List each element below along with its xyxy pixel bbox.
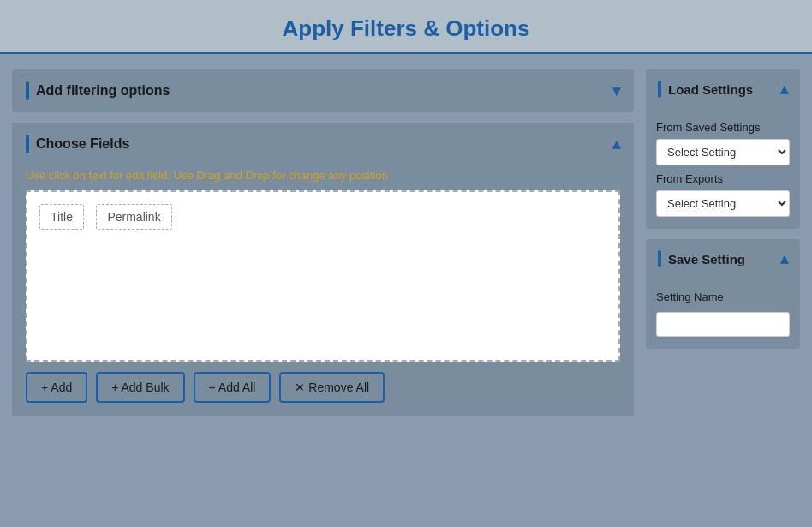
page-header: Apply Filters & Options xyxy=(0,0,812,54)
add-all-button[interactable]: + Add All xyxy=(194,372,272,403)
choose-fields-header[interactable]: Choose Fields ▴ xyxy=(12,123,634,165)
choose-fields-header-left: Choose Fields xyxy=(26,135,129,153)
filter-options-header[interactable]: Add filtering options ▾ xyxy=(12,69,634,112)
from-saved-select[interactable]: Select Setting xyxy=(656,139,790,165)
from-exports-label: From Exports xyxy=(656,172,790,185)
fields-accent-bar xyxy=(26,135,29,153)
filter-options-header-left: Add filtering options xyxy=(26,81,170,100)
load-settings-header[interactable]: Load Settings ▴ xyxy=(646,69,800,109)
hint-text: Use click on text for edit field. Use Dr… xyxy=(26,165,620,182)
page-title: Apply Filters & Options xyxy=(17,15,795,42)
load-settings-title: Load Settings xyxy=(668,82,753,97)
right-panel: Load Settings ▴ From Saved Settings Sele… xyxy=(646,69,800,416)
main-content: Add filtering options ▾ Choose Fields ▴ … xyxy=(0,54,812,432)
save-setting-chevron: ▴ xyxy=(780,249,788,268)
left-panel: Add filtering options ▾ Choose Fields ▴ … xyxy=(12,69,634,416)
load-settings-accent xyxy=(658,81,661,98)
save-setting-title: Save Setting xyxy=(668,252,745,266)
load-settings-chevron: ▴ xyxy=(780,80,788,99)
add-bulk-button[interactable]: + Add Bulk xyxy=(96,372,184,403)
choose-fields-section: Choose Fields ▴ Use click on text for ed… xyxy=(12,123,634,416)
fields-chevron-icon: ▴ xyxy=(612,135,620,153)
fields-drop-area[interactable]: Title Permalink xyxy=(26,190,620,362)
setting-name-label: Setting Name xyxy=(656,290,790,303)
save-setting-header-left: Save Setting xyxy=(658,250,745,267)
save-setting-body: Setting Name xyxy=(646,278,800,349)
load-settings-section: Load Settings ▴ From Saved Settings Sele… xyxy=(646,69,800,229)
from-exports-select[interactable]: Select Setting xyxy=(656,190,790,217)
load-settings-header-left: Load Settings xyxy=(658,81,753,98)
load-settings-body: From Saved Settings Select Setting From … xyxy=(646,109,800,229)
choose-fields-label: Choose Fields xyxy=(36,136,129,152)
save-setting-accent xyxy=(658,250,661,267)
field-chip-permalink[interactable]: Permalink xyxy=(96,204,171,230)
filter-options-section: Add filtering options ▾ xyxy=(12,69,634,112)
save-setting-section: Save Setting ▴ Setting Name xyxy=(646,239,800,349)
filter-options-label: Add filtering options xyxy=(36,83,170,99)
setting-name-input[interactable] xyxy=(656,312,790,337)
action-buttons: + Add + Add Bulk + Add All ✕ Remove All xyxy=(26,372,620,403)
filter-chevron-icon: ▾ xyxy=(612,81,620,100)
choose-fields-body: Use click on text for edit field. Use Dr… xyxy=(12,165,634,416)
field-chip-title[interactable]: Title xyxy=(39,204,84,230)
from-saved-label: From Saved Settings xyxy=(656,121,790,134)
remove-all-button[interactable]: ✕ Remove All xyxy=(279,372,385,403)
save-setting-header[interactable]: Save Setting ▴ xyxy=(646,239,800,278)
filter-accent-bar xyxy=(26,81,29,100)
add-button[interactable]: + Add xyxy=(26,372,87,403)
